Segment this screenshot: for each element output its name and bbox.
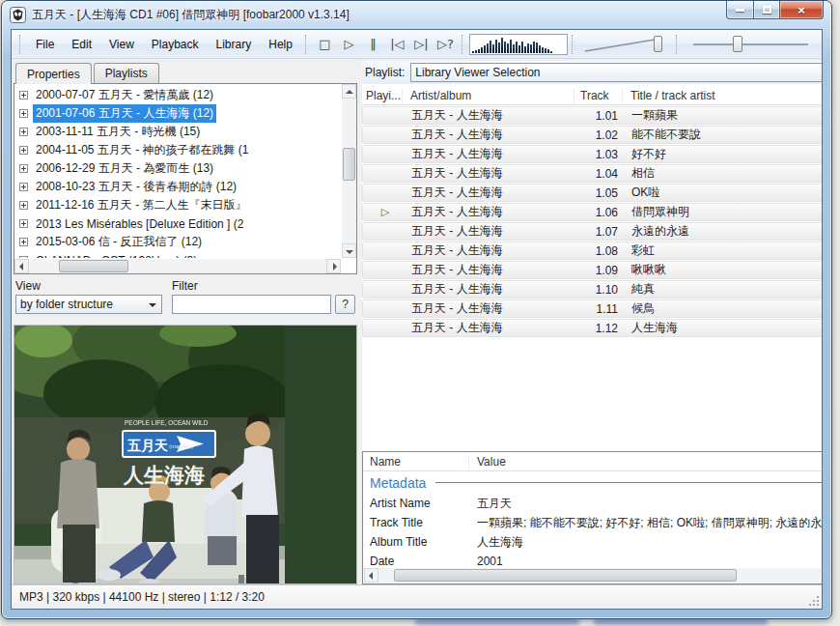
metadata-horizontal-scrollbar[interactable] bbox=[364, 568, 822, 583]
playlist-select[interactable]: Library Viewer Selection bbox=[410, 63, 822, 82]
menu-item[interactable]: Edit bbox=[63, 34, 100, 55]
tree-item[interactable]: 2013 Les Misérables [Deluxe Edition ] (2 bbox=[19, 214, 341, 233]
toolbar-grip[interactable] bbox=[462, 35, 465, 54]
column-header-value[interactable]: Value bbox=[469, 455, 822, 469]
play-button[interactable]: ▷ bbox=[337, 34, 361, 55]
scroll-track[interactable] bbox=[29, 259, 326, 273]
menu-item[interactable]: Help bbox=[260, 34, 301, 55]
expand-plus-icon[interactable] bbox=[19, 91, 28, 100]
tree-item[interactable]: CLANNAD - OST (192kbps) (3) bbox=[19, 251, 341, 258]
random-button[interactable]: ▷? bbox=[434, 34, 458, 55]
toolbar-grip[interactable] bbox=[676, 35, 680, 54]
expand-plus-icon[interactable] bbox=[19, 109, 28, 118]
scroll-down-icon[interactable] bbox=[342, 243, 356, 258]
scroll-track[interactable] bbox=[342, 99, 356, 243]
view-select[interactable]: by folder structure bbox=[15, 295, 162, 314]
playlist-row[interactable]: 五月天 - 人生海海 1.03 好不好 4:19 bbox=[362, 145, 822, 163]
scroll-left-icon[interactable] bbox=[14, 259, 29, 273]
toolbar-grip[interactable] bbox=[19, 35, 23, 54]
tree-item[interactable]: 2003-11-11 五月天 - 時光機 (15) bbox=[19, 123, 341, 141]
metadata-row[interactable]: Artist Name 五月天 bbox=[363, 494, 822, 513]
tab-properties[interactable]: Properties bbox=[15, 63, 92, 84]
menu-item[interactable]: Library bbox=[208, 34, 261, 55]
tree-item[interactable]: 2004-11-05 五月天 - 神的孩子都在跳舞 (1 bbox=[19, 141, 341, 159]
expand-plus-icon[interactable] bbox=[19, 256, 28, 258]
pause-button[interactable]: ‖ bbox=[361, 34, 385, 55]
tree-vertical-scrollbar[interactable] bbox=[342, 84, 356, 258]
scroll-right-icon[interactable] bbox=[326, 259, 341, 273]
tree-item[interactable]: 2015-03-06 信 - 反正我信了 (12) bbox=[19, 233, 341, 251]
stop-button[interactable]: □ bbox=[313, 34, 337, 55]
titlebar[interactable]: 五月天 - [人生海海 CD1 #06] 借問眾神明 [foobar2000 v… bbox=[2, 1, 831, 29]
spectrum-bar bbox=[498, 43, 500, 53]
cell-title: 好不好 bbox=[624, 146, 822, 162]
playlist-row[interactable]: 五月天 - 人生海海 1.02 能不能不要說 4:05 bbox=[362, 126, 822, 144]
scroll-thumb[interactable] bbox=[59, 260, 128, 272]
metadata-row[interactable]: Album Title 人生海海 bbox=[363, 532, 822, 552]
playlist-row[interactable]: 五月天 - 人生海海 1.04 相信 5:01 bbox=[362, 164, 822, 183]
column-header-name[interactable]: Name bbox=[363, 454, 469, 470]
maximize-button[interactable] bbox=[754, 1, 780, 19]
scroll-thumb[interactable] bbox=[343, 148, 355, 181]
album-art-sign: 五月天 (mayday) bbox=[123, 431, 215, 457]
group-divider bbox=[435, 482, 822, 483]
column-header-artist-album[interactable]: Artist/album bbox=[403, 88, 574, 103]
volume-slider[interactable] bbox=[579, 33, 672, 56]
expand-plus-icon[interactable] bbox=[19, 183, 28, 191]
toolbar-grip[interactable] bbox=[572, 35, 575, 54]
playlist-row[interactable]: 五月天 - 人生海海 1.01 一顆蘋果 2:50 bbox=[362, 106, 822, 125]
menu-item[interactable]: File bbox=[27, 34, 63, 55]
window-title: 五月天 - [人生海海 CD1 #06] 借問眾神明 [foobar2000 v… bbox=[32, 7, 350, 23]
tree-item[interactable]: 2006-12-29 五月天 - 為愛而生 (13) bbox=[19, 159, 341, 178]
volume-slider-thumb[interactable] bbox=[654, 36, 662, 52]
close-button[interactable]: × bbox=[780, 1, 824, 19]
expand-plus-icon[interactable] bbox=[19, 128, 28, 136]
filter-input[interactable] bbox=[172, 295, 331, 314]
column-header-playing[interactable]: Playi... bbox=[362, 88, 403, 103]
scroll-thumb[interactable] bbox=[394, 569, 737, 582]
expand-plus-icon[interactable] bbox=[19, 219, 28, 228]
column-header-title[interactable]: Title / track artist bbox=[623, 88, 822, 103]
playlist-row[interactable]: 五月天 - 人生海海 1.05 OK啦 2:50 bbox=[362, 184, 822, 202]
playlist-row[interactable]: 五月天 - 人生海海 1.08 彩虹 4:52 bbox=[362, 242, 822, 260]
metadata-row[interactable]: Track Title 一顆蘋果; 能不能不要說; 好不好; 相信; OK啦; … bbox=[363, 513, 822, 532]
background-page-text bbox=[594, 618, 768, 625]
scroll-track[interactable] bbox=[378, 568, 822, 583]
toolbar-grip[interactable] bbox=[305, 35, 309, 54]
expand-plus-icon[interactable] bbox=[19, 201, 28, 210]
resize-grip-icon[interactable] bbox=[808, 595, 820, 607]
spectrum-bar bbox=[472, 51, 474, 53]
playlist-row[interactable]: 五月天 - 人生海海 1.09 啾啾啾 3:49 bbox=[362, 261, 822, 279]
tree-item[interactable]: 2011-12-16 五月天 - 第二人生『末日版』 bbox=[19, 196, 341, 214]
tree-item[interactable]: 2001-07-06 五月天 - 人生海海 (12) bbox=[19, 104, 341, 123]
previous-button[interactable]: |◁ bbox=[385, 34, 409, 55]
playlist-row[interactable]: 五月天 - 人生海海 1.10 純真 4:14 bbox=[362, 280, 822, 299]
tree-item[interactable]: 2000-07-07 五月天 - 愛情萬歲 (12) bbox=[19, 86, 341, 104]
seek-slider-thumb[interactable] bbox=[733, 36, 742, 52]
tree-item-label: CLANNAD - OST (192kbps) (3) bbox=[33, 253, 200, 259]
cell-title: 永遠的永遠 bbox=[624, 223, 822, 240]
tree-horizontal-scrollbar[interactable] bbox=[14, 259, 341, 273]
seek-slider[interactable] bbox=[691, 33, 810, 56]
menu-item[interactable]: View bbox=[100, 34, 143, 55]
scroll-up-icon[interactable] bbox=[342, 84, 356, 99]
column-header-track-no[interactable]: Track no bbox=[574, 88, 623, 103]
expand-plus-icon[interactable] bbox=[19, 164, 28, 173]
cell-track-no: 1.08 bbox=[575, 244, 624, 258]
expand-plus-icon[interactable] bbox=[19, 238, 28, 246]
tab-playlists[interactable]: Playlists bbox=[94, 63, 159, 83]
minimize-button[interactable] bbox=[726, 1, 754, 19]
playlist-row[interactable]: 五月天 - 人生海海 1.11 候鳥 5:14 bbox=[362, 299, 822, 318]
tree-item-label: 2015-03-06 信 - 反正我信了 (12) bbox=[33, 233, 205, 251]
playlist-row[interactable]: 五月天 - 人生海海 1.12 人生海海 4:42 bbox=[362, 319, 822, 337]
scroll-left-icon[interactable] bbox=[364, 568, 378, 583]
expand-plus-icon[interactable] bbox=[19, 146, 28, 155]
playlist-row[interactable]: 五月天 - 人生海海 1.07 永遠的永遠 4:16 bbox=[362, 222, 822, 241]
tree-item[interactable]: 2008-10-23 五月天 - 後青春期的詩 (12) bbox=[19, 178, 341, 196]
playlist-row[interactable]: ▷ 五月天 - 人生海海 1.06 借問眾神明 3:20 bbox=[362, 203, 822, 221]
library-tree: 2000-07-07 五月天 - 愛情萬歲 (12) 2001-07-06 五月… bbox=[14, 83, 357, 274]
menu-item[interactable]: Playback bbox=[143, 34, 208, 55]
spectrum-visualizer bbox=[469, 34, 568, 55]
next-button[interactable]: ▷| bbox=[409, 34, 434, 55]
filter-help-button[interactable]: ? bbox=[335, 295, 355, 314]
